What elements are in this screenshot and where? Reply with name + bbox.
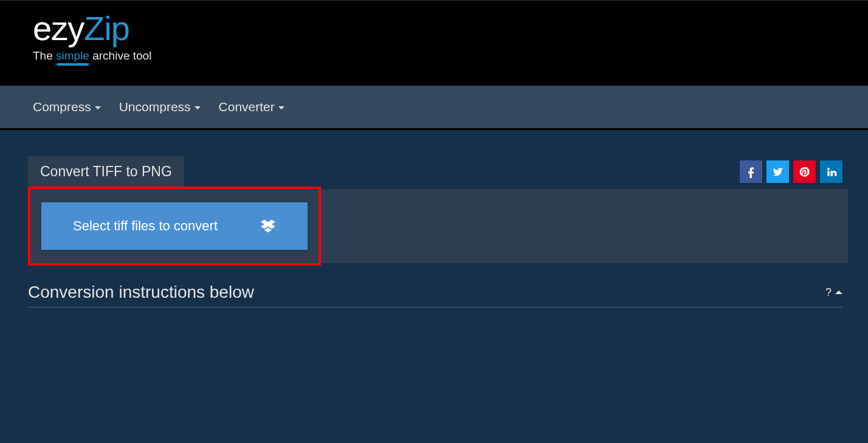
help-symbol: ? [825, 286, 832, 299]
twitter-share-button[interactable] [766, 160, 789, 183]
tagline-post: archive tool [89, 49, 151, 62]
page-tab-title[interactable]: Convert TIFF to PNG [28, 156, 184, 187]
pinterest-icon [799, 166, 811, 178]
nav-uncompress[interactable]: Uncompress [119, 100, 201, 114]
upload-panel: Select tiff files to convert [30, 189, 319, 263]
tagline-simple: simple [56, 49, 89, 62]
select-files-label: Select tiff files to convert [73, 218, 218, 234]
main-nav: Compress Uncompress Converter [0, 86, 868, 128]
linkedin-icon [825, 166, 838, 178]
chevron-down-icon [195, 106, 201, 109]
linkedin-share-button[interactable] [820, 160, 842, 183]
tagline-pre: The [33, 49, 56, 62]
nav-label: Uncompress [119, 100, 191, 114]
instructions-title: Conversion instructions below [28, 283, 254, 302]
nav-label: Compress [33, 100, 91, 114]
nav-converter[interactable]: Converter [219, 100, 284, 114]
twitter-icon [772, 166, 784, 178]
main-content: Convert TIFF to PNG Select tiff files to… [0, 130, 868, 307]
upload-panel-extension [321, 189, 848, 263]
nav-compress[interactable]: Compress [33, 100, 101, 114]
logo-text-zip: Zip [84, 12, 129, 46]
highlighted-action-area: Select tiff files to convert [28, 187, 321, 266]
chevron-up-icon [835, 290, 842, 294]
chevron-down-icon [278, 106, 284, 109]
instructions-header: Conversion instructions below ? [28, 283, 842, 307]
help-toggle[interactable]: ? [825, 286, 842, 299]
logo[interactable]: ezyZip [33, 12, 868, 46]
tagline: The simple archive tool [33, 49, 868, 63]
header-bar: ezyZip The simple archive tool [0, 0, 868, 86]
nav-label: Converter [219, 100, 275, 114]
facebook-icon [745, 166, 757, 178]
logo-text-ezy: ezy [33, 12, 84, 46]
tab-row: Convert TIFF to PNG [28, 156, 842, 187]
select-files-button[interactable]: Select tiff files to convert [41, 202, 308, 250]
facebook-share-button[interactable] [740, 160, 762, 183]
dropbox-icon [260, 219, 276, 233]
pinterest-share-button[interactable] [793, 160, 816, 183]
chevron-down-icon [95, 106, 101, 109]
social-share [740, 160, 842, 183]
